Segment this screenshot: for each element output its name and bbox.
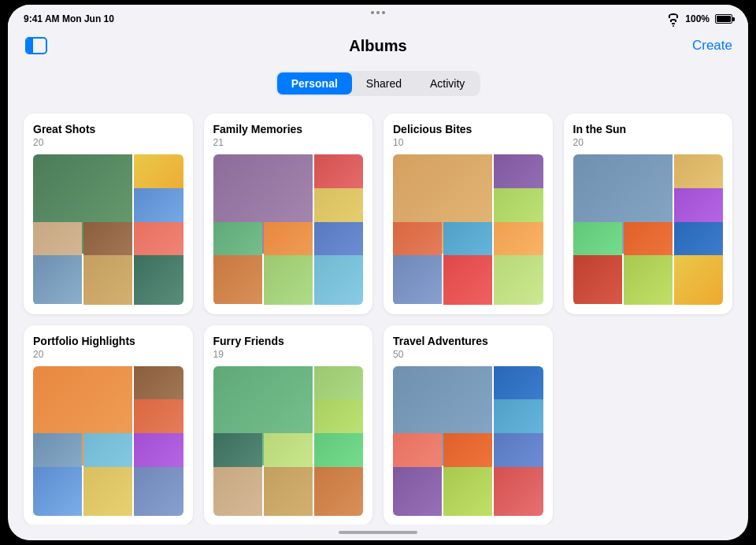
album-photo-grid [33,154,183,305]
album-card-in-the-sun[interactable]: In the Sun20 [564,113,733,314]
wifi-icon [669,13,678,27]
photo-cell [443,467,492,516]
album-photo-grid [573,154,724,305]
photo-cell [213,467,262,516]
album-photo-grid [213,366,364,517]
album-title: Portfolio Highlights [33,335,183,347]
photo-cell [393,255,442,304]
status-bar: 9:41 AM Mon Jun 10 100% [8,5,748,30]
photo-cell [83,255,132,304]
album-count: 20 [33,349,183,360]
segment-control: Personal Shared Activity [276,71,481,96]
tab-shared[interactable]: Shared [352,72,416,95]
tab-activity[interactable]: Activity [416,72,479,95]
home-indicator [8,525,748,540]
album-photo-grid [393,154,543,305]
album-card-family-memories[interactable]: Family Memories21 [204,113,373,314]
page-title: Albums [349,37,406,55]
album-photo-grid [33,366,183,517]
device-frame: 9:41 AM Mon Jun 10 100% Albums Create [8,5,748,540]
photo-cell [314,255,363,304]
album-count: 20 [33,137,183,148]
album-title: Travel Adventures [393,335,543,347]
album-title: Great Shots [33,123,183,135]
photo-cell [674,255,723,304]
album-count: 20 [573,137,724,148]
segment-control-wrapper: Personal Shared Activity [8,65,748,107]
album-count: 19 [213,349,364,360]
photo-cell [134,467,183,516]
photo-cell [83,467,132,516]
album-card-great-shots[interactable]: Great Shots20 [24,113,193,314]
photo-cell [33,467,82,516]
photo-cell [624,255,673,304]
album-title: Furry Friends [213,335,364,347]
photo-cell [264,467,313,516]
photo-cell [134,255,183,304]
album-title: In the Sun [573,123,724,135]
sidebar-toggle-button[interactable] [24,35,49,57]
home-bar [339,531,417,534]
photo-cell [494,255,543,304]
tab-personal[interactable]: Personal [277,72,352,95]
album-title: Delicious Bites [393,123,543,135]
album-title: Family Memories [213,123,364,135]
status-icons: 100% [669,13,732,26]
album-card-delicious-bites[interactable]: Delicious Bites10 [384,113,553,314]
battery-icon [715,14,732,24]
photo-cell [33,255,82,304]
album-count: 50 [393,349,543,360]
status-time: 9:41 AM Mon Jun 10 [24,13,114,24]
album-photo-grid [393,366,543,517]
album-count: 21 [213,137,364,148]
camera-dots [371,11,385,14]
album-card-furry-friends[interactable]: Furry Friends19 [204,325,373,525]
photo-cell [213,255,262,304]
create-button[interactable]: Create [692,38,732,54]
photo-cell [314,467,363,516]
album-card-travel-adventures[interactable]: Travel Adventures50 [384,325,553,525]
album-card-portfolio-highlights[interactable]: Portfolio Highlights20 [24,325,193,525]
photo-cell [494,467,543,516]
album-photo-grid [213,154,364,305]
photo-cell [264,255,313,304]
nav-bar: Albums Create [8,30,748,65]
albums-scroll[interactable]: Great Shots20Family Memories21Delicious … [8,107,748,525]
photo-cell [393,467,442,516]
album-count: 10 [393,137,543,148]
photo-cell [443,255,492,304]
albums-grid: Great Shots20Family Memories21Delicious … [24,113,732,525]
battery-percent: 100% [685,13,710,24]
photo-cell [573,255,622,304]
